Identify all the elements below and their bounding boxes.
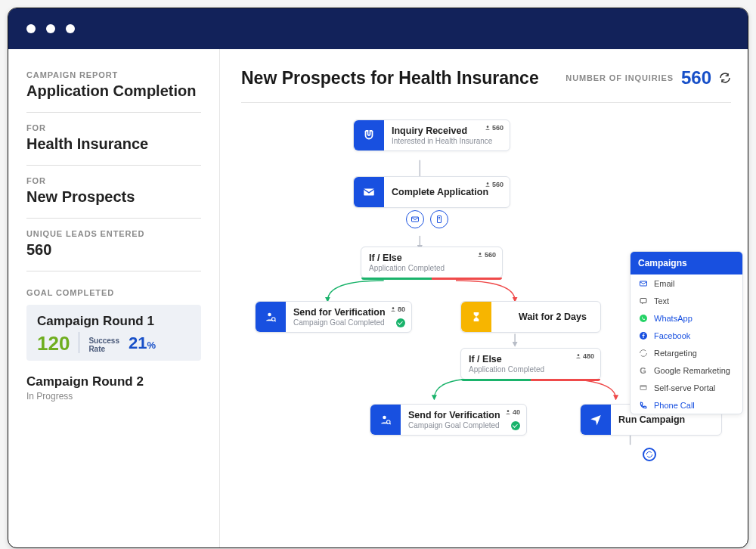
form-channel-icon[interactable] (430, 210, 448, 228)
campaign-item[interactable]: Self-serve Portal (631, 379, 742, 396)
round-title: Campaign Round 1 (37, 314, 191, 329)
sidebar: CAMPAIGN REPORT Application Completion F… (8, 49, 220, 547)
window-titlebar (8, 8, 748, 49)
goal-check-icon (396, 318, 405, 327)
inquiries-group: NUMBER OF INQUIRIES 560 (565, 67, 731, 88)
campaign-item-icon (638, 383, 648, 392)
svg-point-13 (268, 313, 271, 317)
flow-canvas[interactable]: Inquiry Received Interested in Health In… (241, 103, 731, 547)
campaign-item[interactable]: GGoogle Remarketing (631, 361, 742, 379)
node-title: Send for Verification (408, 410, 519, 420)
user-search-icon (370, 405, 401, 435)
user-search-icon (256, 302, 286, 332)
round-title: Campaign Round 2 (26, 374, 201, 389)
campaign-item[interactable]: Phone Call (631, 396, 742, 414)
node-count: 560 (485, 124, 503, 132)
window-dot (46, 24, 55, 33)
svg-point-17 (578, 354, 580, 356)
unique-leads-value: 560 (26, 241, 201, 259)
goal-check-icon (511, 421, 520, 430)
node-if-else-1[interactable]: If / Else Application Completed 560 (361, 247, 503, 278)
campaign-item-label: Retargeting (654, 349, 697, 358)
campaign-item-icon (638, 348, 648, 358)
campaign-round-1-card[interactable]: Campaign Round 1 120 Success Rate 21% (26, 305, 201, 361)
email-channel-icon[interactable] (406, 210, 424, 228)
refresh-icon[interactable] (719, 72, 731, 84)
round-count: 120 (37, 333, 70, 353)
svg-point-21 (507, 410, 510, 412)
campaign-item-icon (638, 278, 648, 288)
svg-point-16 (392, 307, 395, 309)
main-panel: New Prospects for Health Insurance NUMBE… (220, 49, 748, 547)
node-subtitle: Application Completed (469, 365, 593, 374)
campaign-item[interactable]: Facebook (631, 327, 742, 344)
campaign-report-value: Application Completion (26, 82, 201, 100)
campaign-round-2-card[interactable]: Campaign Round 2 In Progress (26, 374, 201, 402)
node-send-verification-2[interactable]: Send for Verification Campaign Goal Comp… (370, 404, 527, 436)
divider (79, 332, 79, 353)
campaign-item[interactable]: Email (631, 274, 742, 292)
node-count: 480 (575, 352, 594, 360)
inquiries-label: NUMBER OF INQUIRIES (565, 73, 674, 82)
campaign-report-block: CAMPAIGN REPORT Application Completion (26, 70, 201, 113)
percent-sign: % (147, 340, 156, 351)
node-title: Wait for 2 Days (505, 312, 587, 322)
svg-line-15 (274, 321, 276, 322)
for-product-block: FOR Health Insurance (26, 113, 201, 166)
campaign-item-icon (638, 330, 648, 340)
for-label: FOR (26, 123, 201, 132)
success-rate-label: Success Rate (88, 337, 119, 353)
node-title: If / Else (369, 253, 494, 263)
campaigns-header: Campaigns (631, 252, 742, 274)
inquiries-value: 560 (681, 67, 711, 88)
svg-rect-24 (640, 298, 646, 302)
success-rate-value: 21 (129, 333, 147, 352)
campaign-item-label: Phone Call (654, 401, 695, 410)
for-label: FOR (26, 176, 201, 185)
node-title: Run Campaign (618, 414, 685, 425)
node-inquiry-received[interactable]: Inquiry Received Interested in Health In… (353, 119, 510, 151)
campaign-item-label: Google Remarketing (654, 366, 730, 375)
channel-sub-icons (406, 210, 448, 228)
cycle-icon[interactable] (643, 448, 656, 461)
node-count: 560 (485, 181, 503, 188)
node-title: If / Else (469, 354, 593, 364)
campaign-item[interactable]: Retargeting (631, 344, 742, 361)
campaign-item-label: Facebook (654, 331, 690, 340)
hourglass-icon (461, 302, 491, 332)
goal-completed-label: GOAL COMPLETED (26, 288, 201, 297)
campaigns-panel[interactable]: Campaigns EmailTextWhatsAppFacebookRetar… (630, 251, 743, 414)
unique-leads-block: UNIQUE LEADS ENTERED 560 (26, 219, 201, 271)
window-dot (66, 24, 75, 33)
node-title: Send for Verification (293, 307, 404, 318)
main-header: New Prospects for Health Insurance NUMBE… (241, 67, 731, 103)
for-value: New Prospects (26, 188, 201, 206)
for-audience-block: FOR New Prospects (26, 166, 201, 219)
campaign-item[interactable]: Text (631, 292, 742, 309)
campaign-item[interactable]: WhatsApp (631, 309, 742, 327)
node-wait[interactable]: Wait for 2 Days (460, 301, 601, 333)
node-send-verification-1[interactable]: Send for Verification Campaign Goal Comp… (255, 301, 412, 333)
round-status: In Progress (26, 391, 201, 402)
campaign-item-icon (638, 296, 648, 306)
campaign-item-label: WhatsApp (654, 314, 692, 323)
app-window: CAMPAIGN REPORT Application Completion F… (8, 8, 748, 548)
node-if-else-2[interactable]: If / Else Application Completed 480 (460, 348, 601, 380)
svg-point-25 (640, 315, 647, 322)
unique-leads-label: UNIQUE LEADS ENTERED (26, 229, 201, 238)
envelope-icon (354, 177, 384, 207)
node-subtitle: Campaign Goal Completed (408, 421, 519, 430)
node-count: 80 (390, 306, 405, 313)
campaign-item-icon (638, 400, 648, 410)
svg-point-7 (487, 182, 489, 185)
split-indicator (461, 379, 600, 381)
page-title: New Prospects for Health Insurance (241, 68, 539, 88)
campaign-report-label: CAMPAIGN REPORT (26, 70, 201, 79)
node-subtitle: Interested in Health Insurance (392, 137, 502, 145)
svg-point-12 (479, 253, 482, 255)
node-count: 560 (477, 251, 496, 259)
for-value: Health Insurance (26, 135, 201, 153)
node-complete-application[interactable]: Complete Application 560 (353, 176, 510, 208)
svg-point-18 (383, 416, 386, 420)
split-indicator (361, 278, 502, 280)
